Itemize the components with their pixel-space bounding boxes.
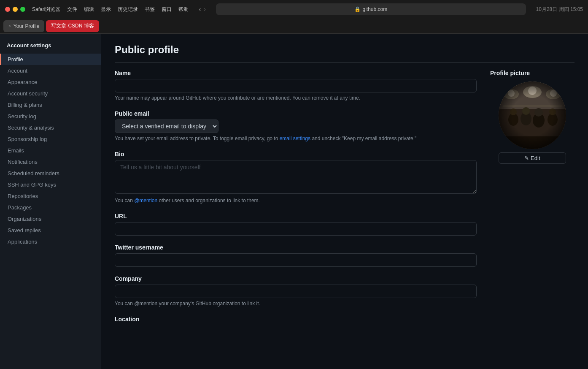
company-label: Company: [115, 275, 477, 282]
sidebar-item-account-security[interactable]: Account security: [0, 88, 101, 99]
public-email-label: Public email: [115, 110, 477, 117]
close-traffic-light[interactable]: [5, 7, 10, 12]
menu-bookmarks[interactable]: 书签: [145, 6, 155, 13]
sidebar-item-security-log[interactable]: Security log: [0, 111, 101, 122]
url-input[interactable]: [115, 222, 477, 236]
avatar: [499, 81, 566, 149]
location-group: Location: [115, 316, 477, 323]
edit-avatar-button[interactable]: ✎ Edit: [499, 152, 566, 164]
tab-csdn-label: 写文章-CSDN 博客: [51, 22, 94, 30]
bio-at-mention: @mention: [134, 198, 157, 203]
menu-edit[interactable]: 编辑: [84, 6, 94, 13]
profile-main: Public profile Name Your name may appear…: [101, 34, 588, 369]
profile-content: Name Your name may appear around GitHub …: [115, 70, 575, 331]
browser-controls: ‹ ›: [199, 5, 206, 13]
sidebar-item-organizations[interactable]: Organizations: [0, 213, 101, 225]
sidebar-item-account[interactable]: Account: [0, 65, 101, 76]
svg-point-20: [499, 81, 566, 149]
name-hint: Your name may appear around GitHub where…: [115, 94, 477, 102]
menu-file[interactable]: 文件: [67, 6, 77, 13]
titlebar: Safari浏览器 文件 编辑 显示 历史记录 书签 窗口 帮助 ‹ › 🔒 g…: [0, 0, 588, 19]
bio-group: Bio You can @mention other users and org…: [115, 151, 477, 204]
sidebar-item-applications[interactable]: Applications: [0, 236, 101, 247]
forward-button[interactable]: ›: [204, 5, 206, 13]
url-label: URL: [115, 213, 477, 220]
name-group: Name Your name may appear around GitHub …: [115, 70, 477, 102]
page-title: Public profile: [115, 44, 575, 63]
profile-sidebar: Profile picture: [490, 70, 575, 331]
bio-textarea[interactable]: [115, 160, 477, 194]
url-text: github.com: [362, 6, 387, 12]
sidebar: Account settings Profile Account Appeara…: [0, 34, 101, 369]
main-window: Account settings Profile Account Appeara…: [0, 34, 588, 369]
bio-label: Bio: [115, 151, 477, 157]
public-email-select[interactable]: Select a verified email to display: [115, 119, 218, 133]
avatar-container: ✎ Edit: [499, 81, 566, 164]
location-label: Location: [115, 316, 477, 323]
url-group: URL: [115, 213, 477, 236]
twitter-label: Twitter username: [115, 244, 477, 251]
sidebar-item-scheduled-reminders[interactable]: Scheduled reminders: [0, 168, 101, 179]
back-button[interactable]: ‹: [199, 5, 201, 13]
bio-hint-text2: other users and organizations to link to…: [157, 198, 260, 203]
maximize-traffic-light[interactable]: [20, 7, 25, 12]
twitter-input[interactable]: [115, 253, 477, 267]
public-email-group: Public email Select a verified email to …: [115, 110, 477, 142]
minimize-traffic-light[interactable]: [13, 7, 18, 12]
sidebar-title: Account settings: [0, 41, 101, 54]
twitter-group: Twitter username: [115, 244, 477, 267]
menu-window[interactable]: 窗口: [162, 6, 172, 13]
time-display: 10月28日 周四 15:05: [536, 6, 583, 13]
tab-close-icon[interactable]: ×: [8, 24, 11, 28]
email-hint-text1: You have set your email address to priva…: [115, 136, 280, 141]
sidebar-item-sponsorship-log[interactable]: Sponsorship log: [0, 133, 101, 145]
bio-hint: You can @mention other users and organiz…: [115, 197, 477, 204]
email-hint-text2: and uncheck "Keep my email address priva…: [310, 136, 416, 141]
tab-csdn[interactable]: 写文章-CSDN 博客: [46, 20, 99, 32]
menu-help[interactable]: 帮助: [178, 6, 189, 13]
company-input[interactable]: [115, 285, 477, 298]
menu-view[interactable]: 显示: [101, 6, 111, 13]
sidebar-item-profile[interactable]: Profile: [0, 54, 101, 65]
name-input[interactable]: [115, 79, 477, 92]
name-label: Name: [115, 70, 477, 76]
sidebar-item-appearance[interactable]: Appearance: [0, 76, 101, 88]
company-hint: You can @mention your company's GitHub o…: [115, 300, 477, 307]
email-settings-link[interactable]: email settings: [280, 136, 310, 141]
menu-history[interactable]: 历史记录: [118, 6, 138, 13]
sidebar-item-emails[interactable]: Emails: [0, 145, 101, 156]
profile-form: Name Your name may appear around GitHub …: [115, 70, 477, 331]
tab-bar: × Your Profile 写文章-CSDN 博客: [0, 19, 588, 34]
company-group: Company You can @mention your company's …: [115, 275, 477, 307]
profile-picture-label: Profile picture: [490, 70, 575, 76]
sidebar-item-notifications[interactable]: Notifications: [0, 156, 101, 168]
app-name: Safari浏览器: [32, 6, 60, 13]
url-bar[interactable]: 🔒 github.com: [216, 3, 526, 15]
public-email-hint: You have set your email address to priva…: [115, 135, 477, 142]
titlebar-right: 10月28日 周四 15:05: [536, 6, 583, 13]
profile-picture-section: Profile picture: [490, 70, 575, 164]
traffic-lights: [5, 7, 25, 12]
sidebar-item-packages[interactable]: Packages: [0, 202, 101, 213]
tab-your-profile[interactable]: × Your Profile: [3, 20, 44, 32]
sidebar-item-saved-replies[interactable]: Saved replies: [0, 225, 101, 236]
sidebar-item-billing[interactable]: Billing & plans: [0, 99, 101, 111]
sidebar-item-security-analysis[interactable]: Security & analysis: [0, 122, 101, 133]
bio-hint-text1: You can: [115, 198, 134, 203]
lock-icon: 🔒: [354, 6, 361, 12]
tab-label: Your Profile: [13, 23, 40, 29]
sidebar-item-ssh-gpg-keys[interactable]: SSH and GPG keys: [0, 179, 101, 190]
sidebar-item-repositories[interactable]: Repositories: [0, 190, 101, 202]
